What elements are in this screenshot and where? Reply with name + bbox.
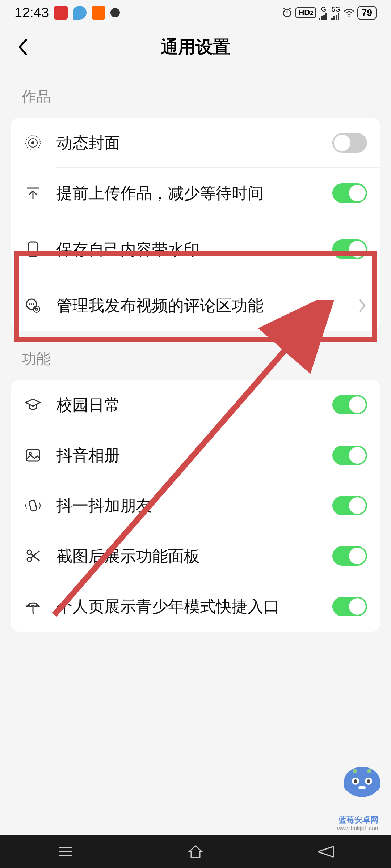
svg-rect-5 [321,16,323,20]
toggle-dynamic-cover[interactable] [332,133,367,153]
hd-icon: HD2 [295,7,316,18]
target-icon [24,134,42,152]
svg-rect-9 [333,16,335,20]
nav-back-button[interactable] [304,843,348,861]
notif-dot-icon [110,8,120,17]
svg-rect-8 [331,18,333,20]
svg-point-35 [344,780,351,791]
svg-point-40 [367,779,370,783]
svg-rect-25 [26,450,39,461]
row-label: 抖一抖加朋友 [56,495,332,516]
svg-rect-4 [319,18,320,20]
svg-point-26 [29,452,31,455]
features-card: 校园日常 抖音相册 抖一抖加朋友 截图后展示功能面板 个人页展示青少年模式快捷入… [11,380,380,632]
svg-marker-47 [189,846,202,858]
row-manage-comments[interactable]: 管理我发布视频的评论区功能 [11,280,380,331]
svg-rect-18 [29,242,37,256]
graduation-icon [24,396,42,414]
signal-5g-icon: 5G [331,6,341,20]
row-early-upload[interactable]: 提前上传作品，减少等待时间 [11,168,380,218]
signal-g-icon: G [319,6,328,20]
alarm-icon [282,7,293,18]
status-right: HD2 G 5G 79 [282,6,377,20]
row-label: 保存自己内容带水印 [56,239,332,260]
toggle-campus[interactable] [332,395,367,414]
row-label: 校园日常 [56,394,332,416]
row-label: 抖音相册 [56,444,332,466]
scissors-icon [24,547,42,565]
chevron-right-icon [358,299,367,312]
page-title: 通用设置 [161,35,230,59]
svg-point-24 [35,308,38,310]
svg-point-12 [348,16,350,17]
comment-settings-icon [24,297,42,315]
row-teenmode[interactable]: 个人页展示青少年模式快捷入口 [11,581,380,631]
status-time: 12:43 [14,5,49,21]
svg-rect-41 [358,786,366,789]
android-nav-bar [0,835,391,868]
row-label: 提前上传作品，减少等待时间 [56,182,332,204]
svg-point-21 [31,303,32,305]
row-campus[interactable]: 校园日常 [11,380,380,430]
row-label: 管理我发布视频的评论区功能 [56,295,358,316]
row-label: 动态封面 [56,132,332,153]
toggle-shake[interactable] [332,496,367,515]
toggle-save-watermark[interactable] [332,239,367,259]
svg-line-2 [283,8,285,9]
row-label: 截图后展示功能面板 [56,545,332,567]
wifi-icon [344,8,354,17]
row-shake[interactable]: 抖一抖加朋友 [11,480,380,531]
svg-line-3 [290,8,291,9]
toggle-album[interactable] [332,446,367,465]
svg-point-22 [33,303,34,305]
battery-icon: 79 [357,6,377,20]
row-save-watermark[interactable]: 保存自己内容带水印 [11,218,380,280]
notif-app-icon-1 [54,6,68,20]
back-button[interactable] [12,36,33,58]
works-card: 动态封面 提前上传作品，减少等待时间 保存自己内容带水印 管理我发布视频的评论区… [11,118,380,331]
toggle-early-upload[interactable] [332,183,367,203]
toggle-screenshot[interactable] [332,546,367,566]
svg-point-42 [353,769,357,773]
header: 通用设置 [0,25,391,69]
svg-rect-7 [325,13,327,20]
nav-home-button[interactable] [174,843,217,861]
phone-icon [24,240,42,258]
notif-app-icon-2 [73,6,87,20]
umbrella-icon [24,597,42,616]
row-dynamic-cover[interactable]: 动态封面 [11,118,380,168]
status-left: 12:43 [14,5,120,21]
svg-rect-10 [336,15,337,20]
image-icon [24,446,42,464]
svg-point-23 [33,306,40,312]
nav-recent-button[interactable] [43,843,87,861]
svg-point-38 [354,779,357,783]
svg-rect-11 [338,13,339,20]
section-label-works: 作品 [0,69,391,118]
svg-point-36 [373,780,380,791]
upload-icon [24,184,42,202]
svg-point-20 [29,303,30,305]
svg-point-15 [31,141,34,144]
shake-icon [24,497,42,515]
row-label: 个人页展示青少年模式快捷入口 [56,596,332,617]
svg-point-43 [367,769,371,773]
watermark-logo: 蓝莓安卓网 www.lmkjs1.com [326,764,391,832]
status-bar: 12:43 HD2 G 5G 79 [0,0,391,25]
notif-app-icon-3 [92,6,105,20]
section-label-features: 功能 [0,331,391,380]
row-album[interactable]: 抖音相册 [11,430,380,480]
toggle-teenmode[interactable] [332,597,367,616]
chevron-left-icon [16,38,29,56]
svg-rect-27 [29,500,37,511]
svg-rect-6 [323,15,325,20]
row-screenshot[interactable]: 截图后展示功能面板 [11,531,380,581]
